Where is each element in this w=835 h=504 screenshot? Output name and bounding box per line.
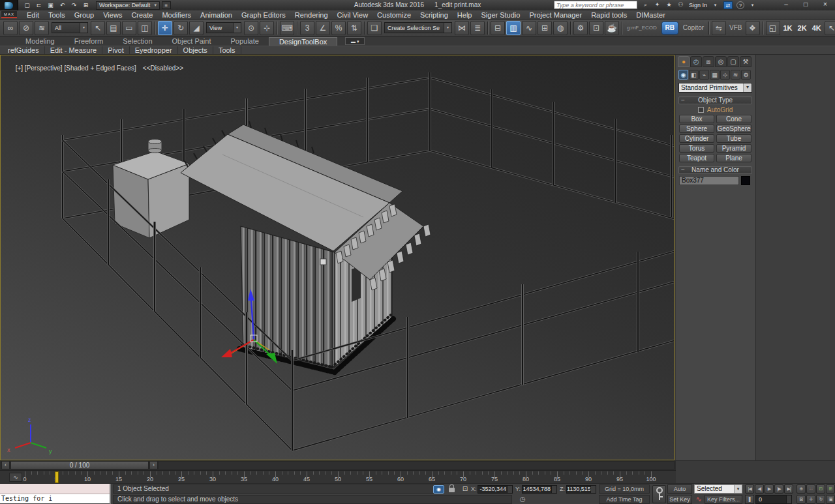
close-button[interactable]: ×: [815, 0, 835, 10]
panel-tab-modify[interactable]: ◴: [690, 56, 702, 67]
go-to-end-button[interactable]: ▶|: [784, 484, 793, 494]
unlink-selection-icon[interactable]: ⊘: [19, 21, 33, 35]
schematic-view-icon[interactable]: ⊞: [538, 21, 552, 35]
rectangular-selection-region-icon[interactable]: ▭: [122, 21, 136, 35]
selection-set-filter-dropdown[interactable]: Selected ▾: [694, 484, 742, 494]
next-frame-button[interactable]: |▶: [774, 484, 783, 494]
menu-animation[interactable]: Animation: [196, 10, 237, 20]
time-marker[interactable]: [55, 471, 59, 483]
edit-named-selection-sets-icon[interactable]: ❏: [367, 21, 382, 35]
ribbon-tab-object-paint[interactable]: Object Paint: [162, 37, 221, 46]
vfb-hand-icon[interactable]: ❖: [746, 21, 760, 35]
user-icon[interactable]: ⚇: [676, 1, 685, 8]
subtab-geometry[interactable]: ◉: [678, 70, 688, 80]
zoom-extents-button[interactable]: ⊡: [816, 484, 825, 494]
maximize-viewport-toggle-button[interactable]: ▣: [826, 495, 835, 504]
subtab-helpers[interactable]: ⊹: [720, 70, 730, 80]
ribbon-tab-populate[interactable]: Populate: [220, 37, 268, 46]
select-by-name-icon[interactable]: ▤: [106, 21, 121, 35]
time-slider-next-arrow[interactable]: ›: [149, 461, 158, 469]
subtab-shapes[interactable]: ◧: [689, 70, 699, 80]
key-filters-button[interactable]: Key Filters...: [705, 495, 742, 504]
menu-help[interactable]: Help: [453, 10, 477, 20]
absolute-mode-toggle[interactable]: ⊡: [461, 485, 470, 494]
zoom-button[interactable]: ⊕: [797, 484, 806, 494]
favorites-icon[interactable]: ★: [665, 1, 673, 8]
align-icon[interactable]: ≣: [470, 21, 485, 35]
macro-recorder-row[interactable]: [0, 484, 110, 494]
open-file-icon[interactable]: ⊏: [34, 1, 44, 9]
rb-button[interactable]: RB: [661, 22, 678, 35]
selection-lock-icon[interactable]: [449, 488, 455, 492]
object-type-button-tube[interactable]: Tube: [716, 134, 752, 143]
panel-tab-hierarchy[interactable]: ⧈: [703, 56, 714, 67]
cursor-toggle-icon[interactable]: ↖: [825, 21, 835, 35]
object-type-button-box[interactable]: Box: [679, 115, 714, 123]
workspace-menu-icon[interactable]: ≡: [162, 1, 171, 9]
rendered-frame-window-icon[interactable]: ⊡: [589, 21, 603, 35]
select-and-link-icon[interactable]: ∞: [3, 21, 18, 35]
viewport-label[interactable]: [+] [Perspective] [Shaded + Edged Faces]…: [5, 57, 183, 79]
new-scene-icon[interactable]: ▢: [22, 1, 32, 9]
select-and-scale-icon[interactable]: ◢: [189, 21, 204, 35]
angle-snap-icon[interactable]: ∠: [316, 21, 330, 35]
undo-icon[interactable]: ↶: [57, 1, 67, 9]
viewport-mode-label[interactable]: [+] [Perspective] [Shaded + Edged Faces]: [16, 65, 136, 72]
zoom-extents-all-button[interactable]: ⊞: [826, 484, 835, 494]
object-type-button-geosphere[interactable]: GeoSphere: [716, 125, 752, 133]
go-to-start-button[interactable]: |◀: [745, 484, 754, 494]
ribbon-tool-eyedropper[interactable]: Eyedropper: [130, 46, 178, 54]
ribbon-tool-pivot[interactable]: Pivot: [102, 46, 129, 54]
select-and-manipulate-icon[interactable]: ⊹: [260, 21, 274, 35]
menu-create[interactable]: Create: [127, 10, 157, 20]
object-type-button-pyramid[interactable]: Pyramid: [716, 144, 752, 153]
ribbon-minimize-button[interactable]: ▬ ▾: [345, 37, 365, 45]
play-button[interactable]: ▶: [765, 484, 774, 494]
subtab-cameras[interactable]: ▦: [710, 70, 720, 80]
window-crossing-toggle-icon[interactable]: ◫: [138, 21, 152, 35]
name-color-rollout-header[interactable]: − Name and Color: [678, 166, 752, 174]
object-color-swatch[interactable]: [741, 176, 750, 185]
save-file-icon[interactable]: ▣: [46, 1, 55, 9]
panel-tab-create[interactable]: ●: [678, 56, 690, 67]
chevron-down-icon[interactable]: ▾: [711, 3, 720, 8]
menu-graph-editors[interactable]: Graph Editors: [237, 10, 290, 20]
listener-row[interactable]: Testing for i: [0, 494, 110, 503]
menu-edit[interactable]: Edit: [22, 10, 44, 20]
time-slider-prev-arrow[interactable]: ‹: [1, 461, 10, 469]
ribbon-tab-freeform[interactable]: Freeform: [65, 37, 114, 46]
time-slider-track[interactable]: [158, 461, 675, 469]
y-coord-field[interactable]: 14534,788: [522, 485, 557, 494]
maxscript-mini-listener[interactable]: Testing for i: [0, 484, 111, 504]
menu-siger-studio[interactable]: Siger Studio: [476, 10, 524, 20]
time-tag-icon[interactable]: ◷: [518, 496, 527, 504]
application-menu-button[interactable]: [0, 0, 18, 10]
reference-coordinate-system-dropdown[interactable]: View▾: [206, 22, 241, 33]
menu-views[interactable]: Views: [99, 10, 127, 20]
previous-frame-button[interactable]: ◀|: [755, 484, 764, 494]
select-object-icon[interactable]: ↖: [91, 21, 105, 35]
sign-in-button[interactable]: Sign In: [689, 2, 707, 8]
perspective-viewport[interactable]: z x y [+] [Perspective] [Shaded + Edged …: [0, 55, 675, 460]
redo-icon[interactable]: ↷: [69, 1, 79, 9]
curve-editor-icon[interactable]: ∿: [522, 21, 536, 35]
use-pivot-point-center-icon[interactable]: ⊙: [244, 21, 258, 35]
object-type-rollout-header[interactable]: − Object Type: [678, 96, 752, 104]
open-mini-curve-editor-icon[interactable]: ∿: [9, 473, 22, 482]
viewport-layout-icon[interactable]: ◱: [766, 21, 780, 35]
snaps-toggle-icon[interactable]: 3: [300, 21, 314, 35]
selection-filter-dropdown[interactable]: All▾: [52, 22, 88, 33]
menu-tools[interactable]: Tools: [44, 10, 70, 20]
keyboard-shortcut-override-icon[interactable]: ⌨: [280, 21, 294, 35]
z-coord-field[interactable]: 1130,515m: [566, 485, 596, 494]
mirror-icon[interactable]: ⋈: [455, 21, 469, 35]
menu-dimaster[interactable]: DIMaster: [631, 10, 670, 20]
select-and-rotate-icon[interactable]: ↻: [174, 21, 188, 35]
chevron-down-icon[interactable]: ▾: [748, 3, 757, 8]
bind-to-space-warp-icon[interactable]: ≋: [35, 21, 49, 35]
auto-key-button[interactable]: Auto Key: [667, 484, 692, 494]
isolate-selection-toggle[interactable]: ◉: [433, 485, 444, 494]
object-type-button-cone[interactable]: Cone: [716, 115, 752, 123]
spinner-snap-icon[interactable]: ⇅: [347, 21, 361, 35]
render-production-icon[interactable]: ☕: [605, 21, 619, 35]
